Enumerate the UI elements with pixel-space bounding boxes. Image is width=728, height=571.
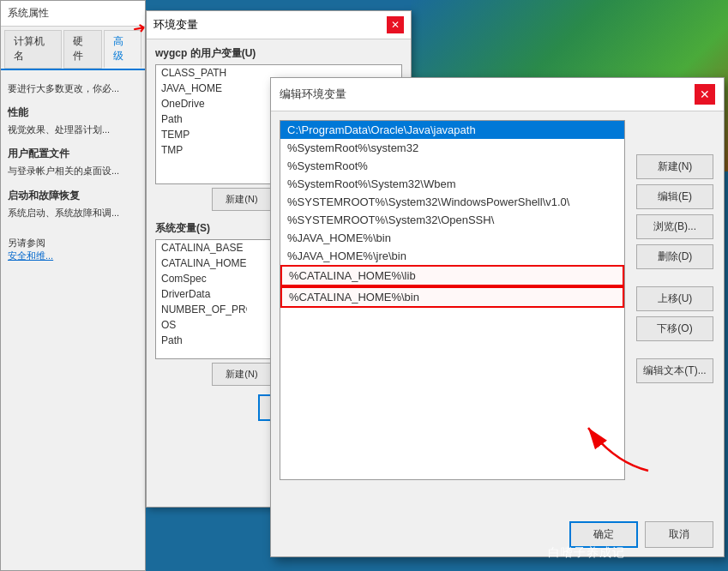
edit-path-list[interactable]: C:\ProgramData\Oracle\Java\javapath %Sys… [280, 120, 625, 480]
path-item-catalina-bin[interactable]: %CATALINA_HOME%\bin [280, 286, 624, 308]
edit-env-var-dialog: 编辑环境变量 ✕ C:\ProgramData\Oracle\Java\java… [270, 77, 725, 557]
delete-path-button[interactable]: 删除(D) [636, 244, 713, 269]
user-new-btn[interactable]: 新建(N) [212, 188, 272, 211]
env-dialog-titlebar: 环境变量 ✕ [147, 11, 411, 39]
edit-action-buttons: 新建(N) 编辑(E) 浏览(B)... 删除(D) 上移(U) 下移(O) 编… [636, 154, 713, 383]
path-item-catalina-lib[interactable]: %CATALINA_HOME%\lib [280, 265, 624, 286]
move-up-button[interactable]: 上移(U) [636, 286, 713, 311]
user-profile-text: 与登录帐户相关的桌面设... [8, 165, 138, 177]
path-item[interactable]: %SystemRoot% [280, 157, 624, 175]
performance-text: 视觉效果、处理器计划... [8, 123, 138, 136]
new-path-button[interactable]: 新建(N) [636, 154, 713, 179]
var-name: CATALINA_BASE [161, 242, 247, 254]
user-vars-label: wygcp 的用户变量(U) [147, 39, 411, 64]
sys-new-btn[interactable]: 新建(N) [212, 363, 272, 386]
system-properties-title: 系统属性 [8, 6, 49, 21]
user-profile-section: 用户配置文件 与登录帐户相关的桌面设... [8, 147, 138, 177]
advanced-note: 要进行大多数更改，你必... [8, 82, 138, 95]
performance-section: 性能 视觉效果、处理器计划... [8, 105, 138, 136]
note-text: 另请参阅 [8, 237, 138, 249]
path-item[interactable]: %JAVA_HOME%\jre\bin [280, 247, 624, 265]
browse-path-button[interactable]: 浏览(B)... [636, 214, 713, 239]
var-name: NUMBER_OF_PROC [161, 304, 247, 316]
startup-label: 启动和故障恢复 [8, 189, 138, 203]
path-item[interactable]: %SYSTEMROOT%\System32\OpenSSH\ [280, 211, 624, 229]
path-item[interactable]: %JAVA_HOME%\bin [280, 229, 624, 247]
system-properties-titlebar: 系统属性 [1, 1, 145, 27]
path-item[interactable]: %SystemRoot%\System32\Wbem [280, 175, 624, 193]
system-properties-content: 要进行大多数更改，你必... 性能 视觉效果、处理器计划... 用户配置文件 与… [1, 70, 145, 269]
var-name: OneDrive [161, 98, 247, 110]
var-name: OS [161, 319, 247, 331]
performance-label: 性能 [8, 105, 138, 120]
var-name: TEMP [161, 129, 247, 141]
path-item[interactable]: %SYSTEMROOT%\System32\WindowsPowerShell\… [280, 193, 624, 211]
edit-path-button[interactable]: 编辑(E) [636, 184, 713, 209]
edit-text-button[interactable]: 编辑文本(T)... [636, 358, 713, 383]
note-area: 另请参阅 安全和维... [8, 237, 138, 262]
startup-section: 启动和故障恢复 系统启动、系统故障和调... [8, 189, 138, 219]
path-item[interactable]: C:\ProgramData\Oracle\Java\javapath [280, 121, 624, 139]
edit-dialog-titlebar: 编辑环境变量 ✕ [271, 78, 724, 111]
var-name: CLASS_PATH [161, 67, 247, 79]
startup-text: 系统启动、系统故障和调... [8, 207, 138, 219]
env-dialog-title: 环境变量 [153, 17, 198, 33]
edit-ok-button[interactable]: 确定 [569, 521, 638, 548]
var-name: CATALINA_HOME [161, 257, 247, 269]
edit-ok-area: 确定 取消 [569, 521, 713, 548]
tab-computer-name[interactable]: 计算机名 [4, 30, 62, 69]
security-link[interactable]: 安全和维... [8, 249, 138, 262]
watermark-label: 白嗜子养成记 [548, 545, 625, 559]
var-name: Path [161, 113, 247, 125]
var-name: TMP [161, 144, 247, 156]
tab-hardware[interactable]: 硬件 [63, 30, 102, 69]
system-properties-tabs: 计算机名 硬件 高级 [1, 27, 145, 70]
user-profile-label: 用户配置文件 [8, 147, 138, 161]
var-name: Path [161, 334, 247, 346]
move-down-button[interactable]: 下移(O) [636, 316, 713, 341]
var-name: JAVA_HOME [161, 82, 247, 94]
path-item[interactable]: %SystemRoot%\system32 [280, 139, 624, 157]
edit-dialog-title: 编辑环境变量 [280, 87, 346, 102]
system-properties-window: 系统属性 计算机名 硬件 高级 要进行大多数更改，你必... 性能 视觉效果、处… [0, 0, 146, 571]
watermark-text: 白嗜子养成记 [548, 545, 625, 561]
env-close-button[interactable]: ✕ [387, 16, 404, 33]
var-name: ComSpec [161, 273, 247, 285]
var-name: DriverData [161, 288, 247, 300]
edit-cancel-button[interactable]: 取消 [645, 521, 713, 548]
edit-close-button[interactable]: ✕ [695, 84, 715, 105]
